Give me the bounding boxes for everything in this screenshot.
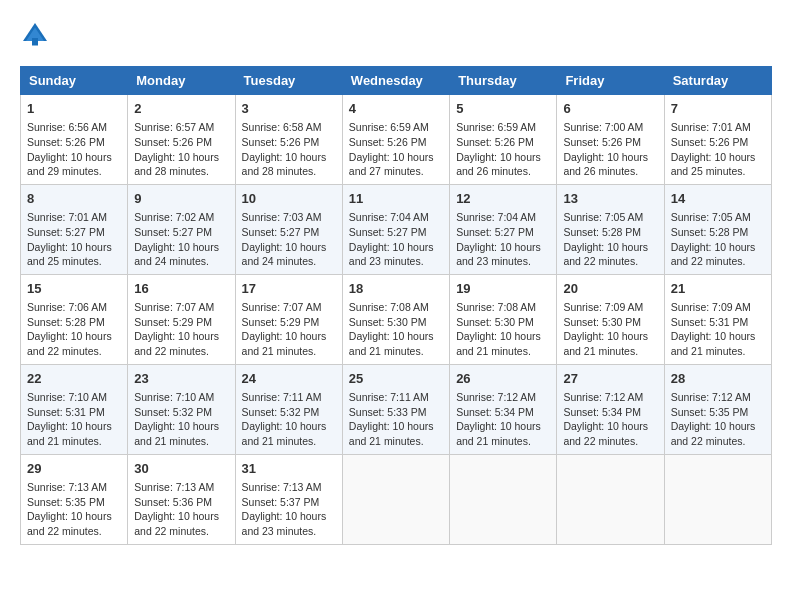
day-cell: 12Sunrise: 7:04 AM Sunset: 5:27 PM Dayli… <box>450 184 557 274</box>
day-cell: 5Sunrise: 6:59 AM Sunset: 5:26 PM Daylig… <box>450 95 557 185</box>
day-info: Sunrise: 7:01 AM Sunset: 5:26 PM Dayligh… <box>671 120 765 179</box>
day-info: Sunrise: 7:09 AM Sunset: 5:30 PM Dayligh… <box>563 300 657 359</box>
day-number: 17 <box>242 280 336 298</box>
day-info: Sunrise: 7:07 AM Sunset: 5:29 PM Dayligh… <box>242 300 336 359</box>
day-info: Sunrise: 7:13 AM Sunset: 5:35 PM Dayligh… <box>27 480 121 539</box>
day-info: Sunrise: 7:01 AM Sunset: 5:27 PM Dayligh… <box>27 210 121 269</box>
day-cell: 27Sunrise: 7:12 AM Sunset: 5:34 PM Dayli… <box>557 364 664 454</box>
logo <box>20 20 54 50</box>
day-info: Sunrise: 6:59 AM Sunset: 5:26 PM Dayligh… <box>456 120 550 179</box>
day-cell: 8Sunrise: 7:01 AM Sunset: 5:27 PM Daylig… <box>21 184 128 274</box>
day-cell: 20Sunrise: 7:09 AM Sunset: 5:30 PM Dayli… <box>557 274 664 364</box>
day-info: Sunrise: 7:04 AM Sunset: 5:27 PM Dayligh… <box>349 210 443 269</box>
header <box>20 20 772 50</box>
day-cell: 17Sunrise: 7:07 AM Sunset: 5:29 PM Dayli… <box>235 274 342 364</box>
day-number: 16 <box>134 280 228 298</box>
header-day-friday: Friday <box>557 67 664 95</box>
day-number: 20 <box>563 280 657 298</box>
day-info: Sunrise: 7:06 AM Sunset: 5:28 PM Dayligh… <box>27 300 121 359</box>
day-number: 11 <box>349 190 443 208</box>
day-info: Sunrise: 6:57 AM Sunset: 5:26 PM Dayligh… <box>134 120 228 179</box>
day-cell: 14Sunrise: 7:05 AM Sunset: 5:28 PM Dayli… <box>664 184 771 274</box>
day-cell: 26Sunrise: 7:12 AM Sunset: 5:34 PM Dayli… <box>450 364 557 454</box>
header-day-monday: Monday <box>128 67 235 95</box>
day-cell: 15Sunrise: 7:06 AM Sunset: 5:28 PM Dayli… <box>21 274 128 364</box>
day-cell: 30Sunrise: 7:13 AM Sunset: 5:36 PM Dayli… <box>128 454 235 544</box>
day-cell: 2Sunrise: 6:57 AM Sunset: 5:26 PM Daylig… <box>128 95 235 185</box>
day-info: Sunrise: 7:08 AM Sunset: 5:30 PM Dayligh… <box>456 300 550 359</box>
day-info: Sunrise: 7:05 AM Sunset: 5:28 PM Dayligh… <box>671 210 765 269</box>
header-day-tuesday: Tuesday <box>235 67 342 95</box>
week-row-4: 22Sunrise: 7:10 AM Sunset: 5:31 PM Dayli… <box>21 364 772 454</box>
day-number: 23 <box>134 370 228 388</box>
day-cell: 29Sunrise: 7:13 AM Sunset: 5:35 PM Dayli… <box>21 454 128 544</box>
day-cell: 18Sunrise: 7:08 AM Sunset: 5:30 PM Dayli… <box>342 274 449 364</box>
calendar-table: SundayMondayTuesdayWednesdayThursdayFrid… <box>20 66 772 545</box>
day-info: Sunrise: 7:03 AM Sunset: 5:27 PM Dayligh… <box>242 210 336 269</box>
day-info: Sunrise: 7:12 AM Sunset: 5:34 PM Dayligh… <box>456 390 550 449</box>
day-number: 9 <box>134 190 228 208</box>
day-number: 18 <box>349 280 443 298</box>
day-info: Sunrise: 7:10 AM Sunset: 5:31 PM Dayligh… <box>27 390 121 449</box>
day-number: 2 <box>134 100 228 118</box>
day-info: Sunrise: 7:09 AM Sunset: 5:31 PM Dayligh… <box>671 300 765 359</box>
day-number: 8 <box>27 190 121 208</box>
day-cell <box>342 454 449 544</box>
day-info: Sunrise: 7:05 AM Sunset: 5:28 PM Dayligh… <box>563 210 657 269</box>
day-number: 21 <box>671 280 765 298</box>
logo-icon <box>20 20 50 50</box>
day-number: 14 <box>671 190 765 208</box>
day-number: 30 <box>134 460 228 478</box>
day-info: Sunrise: 7:12 AM Sunset: 5:34 PM Dayligh… <box>563 390 657 449</box>
day-number: 13 <box>563 190 657 208</box>
day-info: Sunrise: 7:13 AM Sunset: 5:37 PM Dayligh… <box>242 480 336 539</box>
day-number: 25 <box>349 370 443 388</box>
header-day-saturday: Saturday <box>664 67 771 95</box>
day-number: 24 <box>242 370 336 388</box>
day-number: 15 <box>27 280 121 298</box>
day-number: 5 <box>456 100 550 118</box>
day-info: Sunrise: 7:10 AM Sunset: 5:32 PM Dayligh… <box>134 390 228 449</box>
week-row-2: 8Sunrise: 7:01 AM Sunset: 5:27 PM Daylig… <box>21 184 772 274</box>
day-cell: 6Sunrise: 7:00 AM Sunset: 5:26 PM Daylig… <box>557 95 664 185</box>
day-number: 1 <box>27 100 121 118</box>
day-cell: 11Sunrise: 7:04 AM Sunset: 5:27 PM Dayli… <box>342 184 449 274</box>
week-row-3: 15Sunrise: 7:06 AM Sunset: 5:28 PM Dayli… <box>21 274 772 364</box>
day-number: 28 <box>671 370 765 388</box>
calendar-header-row: SundayMondayTuesdayWednesdayThursdayFrid… <box>21 67 772 95</box>
week-row-5: 29Sunrise: 7:13 AM Sunset: 5:35 PM Dayli… <box>21 454 772 544</box>
day-cell: 10Sunrise: 7:03 AM Sunset: 5:27 PM Dayli… <box>235 184 342 274</box>
day-info: Sunrise: 7:11 AM Sunset: 5:33 PM Dayligh… <box>349 390 443 449</box>
day-info: Sunrise: 7:13 AM Sunset: 5:36 PM Dayligh… <box>134 480 228 539</box>
day-info: Sunrise: 7:11 AM Sunset: 5:32 PM Dayligh… <box>242 390 336 449</box>
day-info: Sunrise: 7:12 AM Sunset: 5:35 PM Dayligh… <box>671 390 765 449</box>
day-info: Sunrise: 7:04 AM Sunset: 5:27 PM Dayligh… <box>456 210 550 269</box>
day-info: Sunrise: 7:00 AM Sunset: 5:26 PM Dayligh… <box>563 120 657 179</box>
day-info: Sunrise: 7:02 AM Sunset: 5:27 PM Dayligh… <box>134 210 228 269</box>
day-number: 10 <box>242 190 336 208</box>
day-number: 29 <box>27 460 121 478</box>
day-number: 3 <box>242 100 336 118</box>
day-cell: 21Sunrise: 7:09 AM Sunset: 5:31 PM Dayli… <box>664 274 771 364</box>
day-info: Sunrise: 7:07 AM Sunset: 5:29 PM Dayligh… <box>134 300 228 359</box>
day-number: 27 <box>563 370 657 388</box>
day-cell: 7Sunrise: 7:01 AM Sunset: 5:26 PM Daylig… <box>664 95 771 185</box>
day-cell: 16Sunrise: 7:07 AM Sunset: 5:29 PM Dayli… <box>128 274 235 364</box>
day-info: Sunrise: 6:59 AM Sunset: 5:26 PM Dayligh… <box>349 120 443 179</box>
day-cell: 24Sunrise: 7:11 AM Sunset: 5:32 PM Dayli… <box>235 364 342 454</box>
header-day-thursday: Thursday <box>450 67 557 95</box>
day-number: 31 <box>242 460 336 478</box>
day-info: Sunrise: 6:58 AM Sunset: 5:26 PM Dayligh… <box>242 120 336 179</box>
page-container: SundayMondayTuesdayWednesdayThursdayFrid… <box>20 20 772 545</box>
day-cell: 31Sunrise: 7:13 AM Sunset: 5:37 PM Dayli… <box>235 454 342 544</box>
day-cell: 19Sunrise: 7:08 AM Sunset: 5:30 PM Dayli… <box>450 274 557 364</box>
day-cell: 4Sunrise: 6:59 AM Sunset: 5:26 PM Daylig… <box>342 95 449 185</box>
day-number: 7 <box>671 100 765 118</box>
day-number: 19 <box>456 280 550 298</box>
day-number: 22 <box>27 370 121 388</box>
day-number: 12 <box>456 190 550 208</box>
day-info: Sunrise: 7:08 AM Sunset: 5:30 PM Dayligh… <box>349 300 443 359</box>
day-cell: 9Sunrise: 7:02 AM Sunset: 5:27 PM Daylig… <box>128 184 235 274</box>
day-cell <box>557 454 664 544</box>
day-cell: 13Sunrise: 7:05 AM Sunset: 5:28 PM Dayli… <box>557 184 664 274</box>
